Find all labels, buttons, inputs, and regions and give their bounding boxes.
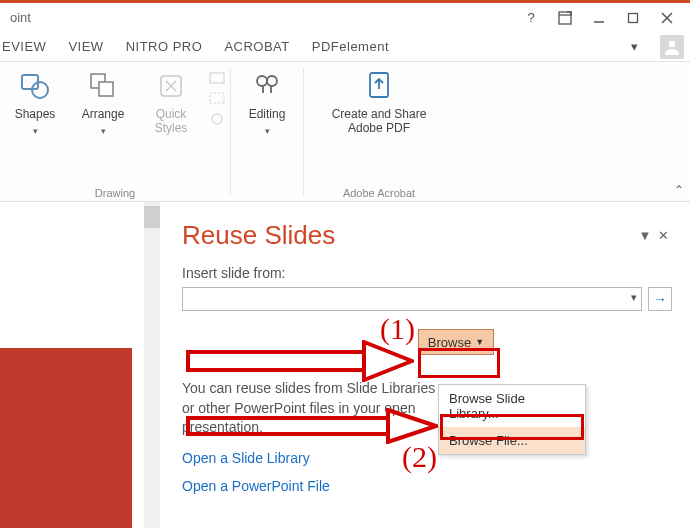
arrange-label: Arrange (82, 108, 125, 122)
account-dropdown[interactable]: ▾ (631, 39, 639, 54)
user-avatar[interactable] (660, 35, 684, 59)
minimize-button[interactable] (582, 6, 616, 30)
tab-acrobat[interactable]: ACROBAT (224, 39, 289, 54)
quick-styles-button[interactable]: Quick Styles (141, 68, 201, 136)
arrange-button[interactable]: Arrange ▾ (73, 68, 133, 136)
open-powerpoint-file-link[interactable]: Open a PowerPoint File (182, 478, 672, 494)
svg-rect-12 (210, 73, 224, 83)
tab-nitro[interactable]: NITRO PRO (126, 39, 203, 54)
shape-effects-icon (209, 112, 225, 126)
collapse-ribbon-icon[interactable]: ⌃ (674, 183, 684, 197)
browse-file-item[interactable]: Browse File... (439, 427, 585, 454)
quick-styles-icon (153, 68, 189, 104)
shapes-button[interactable]: Shapes ▾ (5, 68, 65, 136)
shape-fill-icon (209, 72, 225, 86)
svg-rect-10 (99, 82, 113, 96)
info-text: You can reuse slides from Slide Librarie… (182, 379, 442, 438)
tab-pdfelement[interactable]: PDFelement (312, 39, 389, 54)
ribbon-tabs: EVIEW VIEW NITRO PRO ACROBAT PDFelement … (0, 32, 690, 62)
help-button[interactable]: ? (514, 6, 548, 30)
acrobat-group-label: Adobe Acrobat (312, 183, 446, 199)
tab-view[interactable]: VIEW (68, 39, 103, 54)
browse-button[interactable]: Browse ▼ (418, 329, 494, 355)
reuse-slides-pane: Reuse Slides ▼ ✕ Insert slide from: ▾ → … (160, 202, 690, 528)
shape-outline-icon (209, 92, 225, 106)
svg-rect-3 (629, 13, 638, 22)
open-slide-library-link[interactable]: Open a Slide Library (182, 450, 672, 466)
chevron-down-icon: ▾ (631, 291, 637, 304)
editing-label: Editing (249, 108, 286, 122)
window-title: oint (6, 10, 514, 25)
pane-title: Reuse Slides (182, 220, 636, 251)
ribbon-display-button[interactable] (548, 6, 582, 30)
close-button[interactable] (650, 6, 684, 30)
create-share-label: Create and Share Adobe PDF (332, 108, 427, 136)
insert-from-combo[interactable]: ▾ (182, 287, 642, 311)
vertical-scrollbar[interactable] (144, 202, 160, 528)
editing-button[interactable]: Editing ▾ (237, 68, 297, 136)
scroll-thumb[interactable] (144, 206, 160, 228)
tab-review[interactable]: EVIEW (2, 39, 46, 54)
svg-point-15 (257, 76, 267, 86)
browse-menu: Browse Slide Library... Browse File... (438, 384, 586, 455)
drawing-group-label: Drawing (8, 183, 222, 199)
svg-rect-7 (22, 75, 38, 89)
title-bar: oint ? (0, 0, 690, 32)
create-share-pdf-button[interactable]: Create and Share Adobe PDF (314, 68, 444, 136)
browse-slide-library-item[interactable]: Browse Slide Library... (439, 385, 585, 427)
pane-close-icon[interactable]: ✕ (654, 228, 672, 243)
pdf-icon (361, 68, 397, 104)
svg-point-14 (212, 114, 222, 124)
svg-point-6 (669, 40, 675, 46)
svg-point-16 (267, 76, 277, 86)
maximize-button[interactable] (616, 6, 650, 30)
find-icon (249, 68, 285, 104)
svg-rect-13 (210, 93, 224, 103)
arrange-icon (85, 68, 121, 104)
insert-from-label: Insert slide from: (182, 265, 672, 281)
shapes-label: Shapes (15, 108, 56, 122)
slide-preview[interactable] (0, 348, 132, 528)
pane-options-icon[interactable]: ▼ (636, 228, 654, 243)
ribbon: Shapes ▾ Arrange ▾ Quick Styles (0, 62, 690, 202)
quick-styles-label: Quick Styles (155, 108, 188, 136)
caret-down-icon: ▼ (475, 337, 484, 347)
go-button[interactable]: → (648, 287, 672, 311)
slide-canvas-area (0, 202, 160, 528)
browse-label: Browse (428, 335, 471, 350)
svg-rect-0 (559, 12, 571, 24)
shapes-icon (17, 68, 53, 104)
